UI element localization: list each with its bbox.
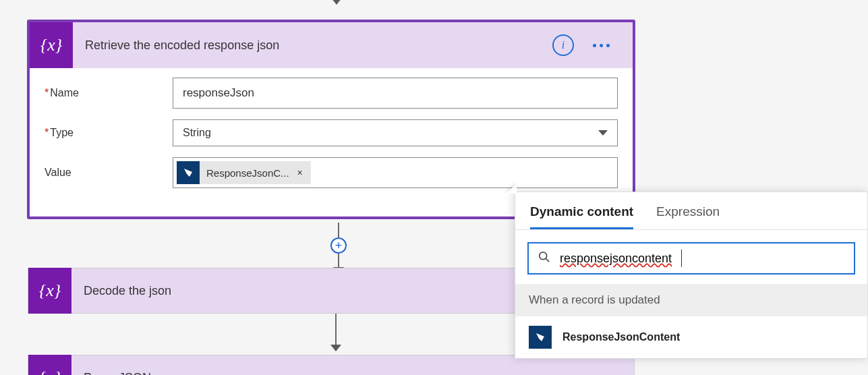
- text-cursor: [681, 250, 682, 267]
- info-button[interactable]: i: [552, 34, 574, 56]
- required-asterisk: *: [45, 87, 49, 98]
- dynamic-content-panel: Dynamic content Expression responsejsonc…: [515, 192, 868, 359]
- token-remove-button[interactable]: ×: [296, 167, 304, 178]
- tab-dynamic-content[interactable]: Dynamic content: [530, 204, 633, 229]
- token-label: ResponseJsonC...: [206, 167, 289, 179]
- incoming-connector: [330, 0, 343, 19]
- panel-tabs: Dynamic content Expression: [515, 192, 867, 230]
- dynamics-icon: [177, 161, 200, 184]
- value-input[interactable]: ResponseJsonC... ×: [173, 157, 618, 188]
- required-asterisk: *: [45, 127, 49, 138]
- add-step-button[interactable]: +: [330, 237, 347, 254]
- dynamics-icon: [529, 326, 552, 349]
- search-wrap: responsejsoncontent: [515, 230, 867, 284]
- type-select[interactable]: String: [173, 119, 618, 146]
- tab-expression[interactable]: Expression: [656, 204, 720, 229]
- panel-notch: [506, 184, 517, 194]
- step-card-retrieve[interactable]: {x} Retrieve the encoded response json i…: [28, 20, 635, 219]
- chevron-down-icon: [598, 130, 608, 136]
- variable-icon: {x}: [30, 22, 73, 68]
- variable-icon: {x}: [28, 355, 71, 375]
- field-value-row: Value ResponseJsonC... ×: [45, 157, 618, 188]
- field-type-row: *Type String: [45, 119, 618, 146]
- variable-icon: {x}: [28, 268, 71, 314]
- type-value: String: [183, 127, 211, 139]
- value-token[interactable]: ResponseJsonC... ×: [177, 161, 311, 184]
- name-label: *Name: [45, 87, 173, 99]
- step-title: Parse JSON: [71, 371, 634, 376]
- step-header[interactable]: {x} Retrieve the encoded response json i: [30, 22, 633, 68]
- step-title: Retrieve the encoded response json: [73, 38, 552, 53]
- search-box[interactable]: responsejsoncontent: [527, 242, 855, 275]
- search-text: responsejsoncontent: [560, 252, 672, 266]
- arrow-down-icon: [331, 0, 342, 5]
- type-label: *Type: [45, 127, 173, 139]
- connector-1-2: +: [330, 223, 347, 274]
- arrow-down-icon: [330, 345, 341, 351]
- result-item[interactable]: ResponseJsonContent: [515, 316, 867, 358]
- more-button[interactable]: [589, 40, 614, 51]
- value-label: Value: [45, 167, 173, 179]
- name-input[interactable]: [173, 78, 618, 109]
- result-item-label: ResponseJsonContent: [562, 331, 680, 343]
- field-name-row: *Name: [45, 78, 618, 109]
- result-group-header: When a record is updated: [515, 284, 867, 316]
- connector-2-3: [330, 314, 341, 351]
- svg-point-0: [540, 252, 547, 260]
- svg-line-1: [546, 259, 550, 262]
- search-icon: [538, 251, 550, 266]
